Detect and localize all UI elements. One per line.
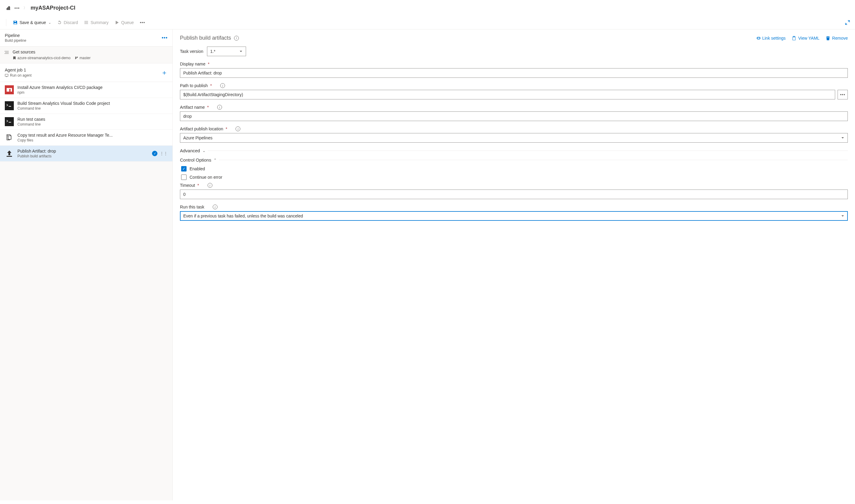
continue-on-error-checkbox[interactable] — [181, 175, 186, 180]
control-options-section-header[interactable]: Control Options ⌃ — [180, 157, 848, 162]
page-title: myASAProject-CI — [31, 5, 75, 11]
chevron-up-icon: ⌃ — [214, 158, 217, 162]
branch-label: master — [75, 56, 91, 60]
list-icon — [84, 20, 89, 25]
trash-icon — [825, 36, 830, 40]
undo-icon — [57, 20, 62, 25]
info-icon[interactable]: i — [220, 83, 225, 88]
info-icon[interactable]: i — [213, 204, 217, 209]
breadcrumb: ••• 〉 myASAProject-CI — [0, 0, 855, 16]
timeout-label: Timeout* i — [180, 183, 212, 188]
pipeline-subtitle: Build pipeline — [5, 38, 26, 43]
task-row[interactable]: Copy test result and Azure Resource Mana… — [0, 130, 173, 146]
toolbar: Save & queue ⌄ Discard Summary Queue ••• — [0, 16, 855, 30]
repo-label: azure-streamanalytics-cicd-demo — [13, 56, 71, 60]
publish-icon — [5, 149, 14, 158]
add-task-button[interactable]: ＋ — [161, 68, 167, 77]
play-icon — [114, 20, 119, 25]
link-icon — [755, 36, 760, 40]
save-queue-button[interactable]: Save & queue ⌄ — [10, 18, 54, 27]
npm-icon — [5, 85, 14, 94]
browse-button[interactable]: ••• — [838, 90, 848, 100]
task-version-select[interactable]: 1.* — [207, 47, 246, 56]
chevron-down-icon: ⌄ — [48, 21, 51, 25]
advanced-section-header[interactable]: Advanced ⌄ — [180, 148, 848, 153]
task-valid-icon: ✓ — [152, 151, 157, 156]
task-details-panel: Publish build artifacts i Link settings … — [173, 30, 855, 500]
toolbar-overflow[interactable]: ••• — [137, 18, 148, 27]
pipeline-header[interactable]: Pipeline Build pipeline ••• — [0, 30, 173, 47]
remove-button[interactable]: Remove — [825, 36, 848, 40]
collapse-panel-button[interactable] — [845, 20, 850, 25]
task-row[interactable]: Build Stream Analytics Visual Studio Cod… — [0, 98, 173, 114]
task-row[interactable]: Install Azure Stream Analytics CI/CD pac… — [0, 82, 173, 98]
artifact-name-label: Artifact name* i — [180, 105, 222, 110]
task-row[interactable]: Publish Artifact: drop Publish build art… — [0, 146, 173, 162]
breadcrumb-overflow[interactable]: ••• — [14, 6, 20, 11]
chevron-right-icon: 〉 — [23, 5, 27, 11]
run-task-label: Run this task i — [180, 204, 217, 209]
get-sources-row[interactable]: Get sources azure-streamanalytics-cicd-d… — [0, 47, 173, 64]
clipboard-icon — [791, 36, 797, 40]
enabled-checkbox[interactable]: ✓ — [181, 166, 186, 172]
svg-rect-0 — [5, 74, 8, 76]
publish-location-label: Artifact publish location* i — [180, 126, 241, 131]
artifact-name-input[interactable] — [180, 111, 848, 121]
run-task-select[interactable]: Even if a previous task has failed, unle… — [180, 211, 848, 221]
sources-icon — [4, 50, 10, 54]
drag-handle-icon[interactable]: ⋮⋮ — [160, 152, 167, 155]
svg-rect-5 — [5, 101, 14, 110]
link-settings-button[interactable]: Link settings — [755, 36, 786, 40]
info-icon[interactable]: i — [234, 36, 239, 40]
svg-rect-4 — [9, 89, 11, 92]
pipeline-tree: Pipeline Build pipeline ••• Get sources … — [0, 30, 173, 500]
info-icon[interactable]: i — [208, 183, 212, 188]
queue-button[interactable]: Queue — [111, 18, 137, 27]
sources-title: Get sources — [13, 50, 167, 54]
publish-location-select[interactable]: Azure Pipelines — [180, 133, 848, 143]
pipeline-more-button[interactable]: ••• — [162, 35, 167, 40]
cmd-icon — [5, 101, 14, 110]
task-row[interactable]: Run test cases Command line — [0, 114, 173, 130]
svg-rect-6 — [5, 117, 14, 126]
panel-title: Publish build artifacts — [180, 35, 231, 41]
view-yaml-button[interactable]: View YAML — [791, 36, 820, 40]
copy-files-icon — [5, 133, 14, 142]
task-list: Install Azure Stream Analytics CI/CD pac… — [0, 82, 173, 162]
display-name-label: Display name* — [180, 61, 209, 66]
save-icon — [13, 20, 18, 25]
discard-button[interactable]: Discard — [54, 18, 81, 27]
agent-subtitle: Run on agent — [5, 73, 32, 77]
info-icon[interactable]: i — [217, 105, 222, 110]
info-icon[interactable]: i — [235, 126, 241, 131]
enabled-label: Enabled — [190, 166, 205, 171]
pipeline-title: Pipeline — [5, 33, 26, 38]
agent-title: Agent job 1 — [5, 68, 32, 72]
agent-job-row[interactable]: Agent job 1 Run on agent ＋ — [0, 64, 173, 82]
org-icon[interactable] — [6, 6, 11, 11]
task-version-label: Task version — [180, 49, 203, 54]
display-name-input[interactable] — [180, 68, 848, 78]
continue-on-error-label: Continue on error — [190, 175, 222, 180]
path-to-publish-input[interactable] — [180, 90, 835, 100]
summary-button[interactable]: Summary — [81, 18, 111, 27]
cmd-icon — [5, 117, 14, 126]
path-to-publish-label: Path to publish* i — [180, 83, 225, 88]
chevron-down-icon: ⌄ — [202, 149, 206, 153]
timeout-input[interactable] — [180, 190, 848, 199]
